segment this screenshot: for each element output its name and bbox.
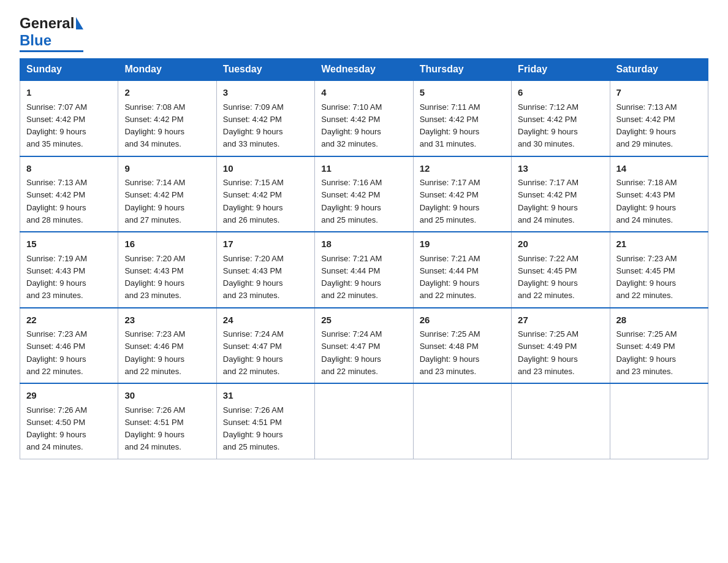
logo-flag-icon bbox=[76, 17, 83, 29]
logo: General Blue bbox=[20, 15, 83, 52]
day-info: Sunrise: 7:10 AMSunset: 4:42 PMDaylight:… bbox=[321, 102, 382, 149]
day-info: Sunrise: 7:26 AMSunset: 4:50 PMDaylight:… bbox=[26, 405, 87, 452]
day-info: Sunrise: 7:11 AMSunset: 4:42 PMDaylight:… bbox=[420, 102, 480, 149]
calendar-day-cell: 26 Sunrise: 7:25 AMSunset: 4:48 PMDaylig… bbox=[413, 308, 511, 384]
day-info: Sunrise: 7:24 AMSunset: 4:47 PMDaylight:… bbox=[223, 329, 284, 376]
day-number: 1 bbox=[26, 86, 112, 100]
day-of-week-sunday: Sunday bbox=[20, 59, 118, 81]
day-number: 25 bbox=[321, 313, 406, 327]
day-number: 20 bbox=[518, 237, 603, 251]
day-info: Sunrise: 7:23 AMSunset: 4:46 PMDaylight:… bbox=[124, 329, 185, 376]
calendar-day-cell: 7 Sunrise: 7:13 AMSunset: 4:42 PMDayligh… bbox=[610, 80, 708, 156]
calendar-day-cell: 10 Sunrise: 7:15 AMSunset: 4:42 PMDaylig… bbox=[216, 156, 314, 232]
calendar-day-cell: 11 Sunrise: 7:16 AMSunset: 4:42 PMDaylig… bbox=[315, 156, 413, 232]
calendar-day-cell: 1 Sunrise: 7:07 AMSunset: 4:42 PMDayligh… bbox=[20, 80, 118, 156]
day-number: 15 bbox=[26, 237, 112, 251]
logo-line bbox=[20, 50, 83, 52]
calendar-day-cell: 17 Sunrise: 7:20 AMSunset: 4:43 PMDaylig… bbox=[216, 232, 314, 308]
day-info: Sunrise: 7:26 AMSunset: 4:51 PMDaylight:… bbox=[223, 405, 284, 452]
calendar-header-row: SundayMondayTuesdayWednesdayThursdayFrid… bbox=[20, 59, 708, 81]
day-number: 13 bbox=[518, 162, 603, 176]
calendar-day-cell: 25 Sunrise: 7:24 AMSunset: 4:47 PMDaylig… bbox=[315, 308, 413, 384]
day-of-week-tuesday: Tuesday bbox=[216, 59, 314, 81]
day-number: 17 bbox=[223, 237, 308, 251]
day-info: Sunrise: 7:20 AMSunset: 4:43 PMDaylight:… bbox=[223, 254, 284, 301]
day-info: Sunrise: 7:26 AMSunset: 4:51 PMDaylight:… bbox=[124, 405, 185, 452]
day-info: Sunrise: 7:12 AMSunset: 4:42 PMDaylight:… bbox=[518, 102, 578, 149]
day-of-week-wednesday: Wednesday bbox=[315, 59, 413, 81]
calendar-day-cell: 5 Sunrise: 7:11 AMSunset: 4:42 PMDayligh… bbox=[413, 80, 511, 156]
calendar-table: SundayMondayTuesdayWednesdayThursdayFrid… bbox=[20, 58, 708, 459]
calendar-day-cell: 8 Sunrise: 7:13 AMSunset: 4:42 PMDayligh… bbox=[20, 156, 118, 232]
day-info: Sunrise: 7:23 AMSunset: 4:45 PMDaylight:… bbox=[616, 254, 677, 301]
calendar-week-row: 8 Sunrise: 7:13 AMSunset: 4:42 PMDayligh… bbox=[20, 156, 708, 232]
day-number: 7 bbox=[616, 86, 702, 100]
calendar-week-row: 22 Sunrise: 7:23 AMSunset: 4:46 PMDaylig… bbox=[20, 308, 708, 384]
day-info: Sunrise: 7:13 AMSunset: 4:42 PMDaylight:… bbox=[26, 178, 87, 224]
calendar-day-cell bbox=[413, 383, 511, 459]
day-info: Sunrise: 7:16 AMSunset: 4:42 PMDaylight:… bbox=[321, 178, 382, 224]
day-info: Sunrise: 7:13 AMSunset: 4:42 PMDaylight:… bbox=[616, 102, 677, 149]
day-number: 8 bbox=[26, 162, 112, 176]
day-number: 18 bbox=[321, 237, 406, 251]
day-info: Sunrise: 7:09 AMSunset: 4:42 PMDaylight:… bbox=[223, 102, 284, 149]
calendar-day-cell: 15 Sunrise: 7:19 AMSunset: 4:43 PMDaylig… bbox=[20, 232, 118, 308]
day-info: Sunrise: 7:19 AMSunset: 4:43 PMDaylight:… bbox=[26, 254, 87, 301]
day-info: Sunrise: 7:20 AMSunset: 4:43 PMDaylight:… bbox=[124, 254, 185, 301]
day-info: Sunrise: 7:24 AMSunset: 4:47 PMDaylight:… bbox=[321, 329, 382, 376]
day-number: 6 bbox=[518, 86, 603, 100]
calendar-day-cell: 21 Sunrise: 7:23 AMSunset: 4:45 PMDaylig… bbox=[610, 232, 708, 308]
calendar-day-cell: 28 Sunrise: 7:25 AMSunset: 4:49 PMDaylig… bbox=[610, 308, 708, 384]
day-number: 3 bbox=[223, 86, 308, 100]
calendar-day-cell: 30 Sunrise: 7:26 AMSunset: 4:51 PMDaylig… bbox=[118, 383, 216, 459]
calendar-day-cell: 3 Sunrise: 7:09 AMSunset: 4:42 PMDayligh… bbox=[216, 80, 314, 156]
calendar-day-cell: 13 Sunrise: 7:17 AMSunset: 4:42 PMDaylig… bbox=[512, 156, 610, 232]
day-number: 16 bbox=[124, 237, 210, 251]
calendar-day-cell: 4 Sunrise: 7:10 AMSunset: 4:42 PMDayligh… bbox=[315, 80, 413, 156]
day-info: Sunrise: 7:08 AMSunset: 4:42 PMDaylight:… bbox=[124, 102, 185, 149]
day-number: 21 bbox=[616, 237, 702, 251]
calendar-day-cell: 23 Sunrise: 7:23 AMSunset: 4:46 PMDaylig… bbox=[118, 308, 216, 384]
day-info: Sunrise: 7:17 AMSunset: 4:42 PMDaylight:… bbox=[420, 178, 480, 224]
logo-blue-line-row: Blue bbox=[20, 32, 51, 49]
day-info: Sunrise: 7:14 AMSunset: 4:42 PMDaylight:… bbox=[124, 178, 185, 224]
day-number: 23 bbox=[124, 313, 210, 327]
day-number: 19 bbox=[420, 237, 505, 251]
calendar-week-row: 1 Sunrise: 7:07 AMSunset: 4:42 PMDayligh… bbox=[20, 80, 708, 156]
calendar-day-cell: 14 Sunrise: 7:18 AMSunset: 4:43 PMDaylig… bbox=[610, 156, 708, 232]
calendar-day-cell: 6 Sunrise: 7:12 AMSunset: 4:42 PMDayligh… bbox=[512, 80, 610, 156]
day-of-week-saturday: Saturday bbox=[610, 59, 708, 81]
day-info: Sunrise: 7:22 AMSunset: 4:45 PMDaylight:… bbox=[518, 254, 578, 301]
calendar-day-cell: 19 Sunrise: 7:21 AMSunset: 4:44 PMDaylig… bbox=[413, 232, 511, 308]
day-number: 29 bbox=[26, 389, 112, 403]
day-number: 26 bbox=[420, 313, 505, 327]
day-info: Sunrise: 7:25 AMSunset: 4:49 PMDaylight:… bbox=[518, 329, 578, 376]
calendar-day-cell: 9 Sunrise: 7:14 AMSunset: 4:42 PMDayligh… bbox=[118, 156, 216, 232]
day-number: 4 bbox=[321, 86, 406, 100]
calendar-day-cell: 20 Sunrise: 7:22 AMSunset: 4:45 PMDaylig… bbox=[512, 232, 610, 308]
day-info: Sunrise: 7:18 AMSunset: 4:43 PMDaylight:… bbox=[616, 178, 677, 224]
calendar-day-cell bbox=[512, 383, 610, 459]
calendar-day-cell: 2 Sunrise: 7:08 AMSunset: 4:42 PMDayligh… bbox=[118, 80, 216, 156]
day-number: 9 bbox=[124, 162, 210, 176]
logo-wordmark: General bbox=[20, 15, 83, 32]
calendar-day-cell: 16 Sunrise: 7:20 AMSunset: 4:43 PMDaylig… bbox=[118, 232, 216, 308]
day-number: 11 bbox=[321, 162, 406, 176]
day-number: 2 bbox=[124, 86, 210, 100]
day-of-week-monday: Monday bbox=[118, 59, 216, 81]
day-info: Sunrise: 7:21 AMSunset: 4:44 PMDaylight:… bbox=[321, 254, 382, 301]
page-header: General Blue bbox=[20, 15, 708, 52]
calendar-day-cell: 29 Sunrise: 7:26 AMSunset: 4:50 PMDaylig… bbox=[20, 383, 118, 459]
day-number: 28 bbox=[616, 313, 702, 327]
day-info: Sunrise: 7:25 AMSunset: 4:49 PMDaylight:… bbox=[616, 329, 677, 376]
day-of-week-thursday: Thursday bbox=[413, 59, 511, 81]
calendar-day-cell: 12 Sunrise: 7:17 AMSunset: 4:42 PMDaylig… bbox=[413, 156, 511, 232]
day-info: Sunrise: 7:07 AMSunset: 4:42 PMDaylight:… bbox=[26, 102, 87, 149]
day-info: Sunrise: 7:17 AMSunset: 4:42 PMDaylight:… bbox=[518, 178, 578, 224]
calendar-day-cell: 24 Sunrise: 7:24 AMSunset: 4:47 PMDaylig… bbox=[216, 308, 314, 384]
calendar-day-cell: 27 Sunrise: 7:25 AMSunset: 4:49 PMDaylig… bbox=[512, 308, 610, 384]
day-number: 10 bbox=[223, 162, 308, 176]
day-number: 22 bbox=[26, 313, 112, 327]
day-info: Sunrise: 7:21 AMSunset: 4:44 PMDaylight:… bbox=[420, 254, 480, 301]
day-number: 5 bbox=[420, 86, 505, 100]
